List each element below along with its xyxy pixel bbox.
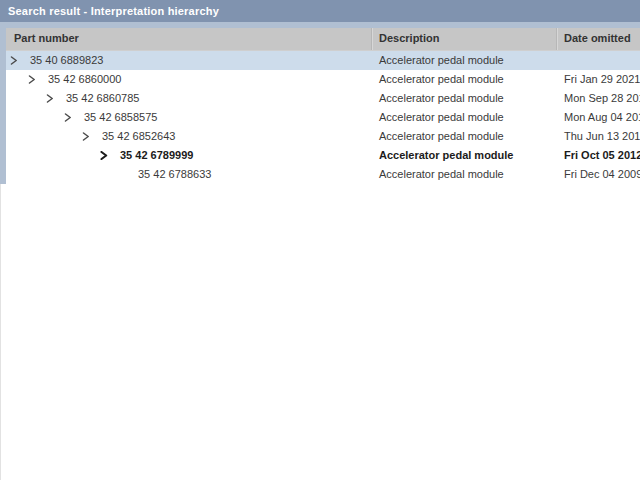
part-number-text: 35 42 6852643 — [102, 127, 175, 146]
column-header-description[interactable]: Description — [372, 28, 557, 50]
table-row[interactable]: 35 42 6858575 Accelerator pedal module M… — [6, 108, 640, 127]
column-header-label: Part number — [14, 32, 79, 44]
tree-indent — [6, 136, 80, 137]
part-number-text: 35 42 6858575 — [84, 108, 157, 127]
description-cell: Accelerator pedal module — [372, 89, 557, 108]
part-number-text: 35 42 6788633 — [138, 165, 211, 184]
tree-indent — [6, 98, 44, 99]
part-number-cell: 35 42 6852643 — [6, 127, 372, 146]
table-row[interactable]: 35 42 6789999 Accelerator pedal module F… — [6, 146, 640, 165]
chevron-right-icon[interactable] — [44, 94, 66, 103]
date-omitted-cell: Fri Oct 05 2012 — [557, 146, 640, 165]
chevron-right-icon[interactable] — [8, 56, 30, 65]
tree-indent — [6, 174, 116, 175]
description-cell: Accelerator pedal module — [372, 127, 557, 146]
table-row[interactable]: 35 40 6889823 Accelerator pedal module — [6, 51, 640, 70]
table-body: 35 40 6889823 Accelerator pedal module 3… — [6, 51, 640, 184]
description-cell: Accelerator pedal module — [372, 165, 557, 184]
interpretation-hierarchy-table: Part number Description Date omitted 35 … — [6, 28, 640, 184]
table-row[interactable]: 35 42 6788633 Accelerator pedal module F… — [6, 165, 640, 184]
description-cell: Accelerator pedal module — [372, 146, 557, 165]
part-number-cell: 35 42 6860785 — [6, 89, 372, 108]
date-omitted-cell: Mon Aug 04 2014 — [557, 108, 640, 127]
table-row[interactable]: 35 42 6860785 Accelerator pedal module M… — [6, 89, 640, 108]
part-number-text: 35 42 6860000 — [48, 70, 121, 89]
tree-indent — [6, 79, 26, 80]
date-omitted-cell: Fri Dec 04 2009 — [557, 165, 640, 184]
window-title: Search result - Interpretation hierarchy — [8, 5, 219, 17]
chevron-right-icon[interactable] — [80, 132, 102, 141]
part-number-cell: 35 42 6789999 — [6, 146, 372, 165]
results-panel: Part number Description Date omitted 35 … — [0, 22, 640, 184]
search-result-window: Search result - Interpretation hierarchy… — [0, 0, 640, 480]
part-number-cell: 35 40 6889823 — [6, 51, 372, 70]
part-number-text: 35 40 6889823 — [30, 51, 103, 70]
date-omitted-cell: Fri Jan 29 2021 0 — [557, 70, 640, 89]
content-background — [0, 184, 640, 480]
part-number-cell: 35 42 6860000 — [6, 70, 372, 89]
part-number-text: 35 42 6860785 — [66, 89, 139, 108]
column-header-label: Date omitted — [564, 32, 631, 44]
part-number-cell: 35 42 6858575 — [6, 108, 372, 127]
part-number-text: 35 42 6789999 — [120, 146, 193, 165]
table-row[interactable]: 35 42 6852643 Accelerator pedal module T… — [6, 127, 640, 146]
column-header-date-omitted[interactable]: Date omitted — [557, 28, 640, 50]
date-omitted-cell — [557, 51, 640, 70]
part-number-cell: 35 42 6788633 — [6, 165, 372, 184]
chevron-right-icon[interactable] — [26, 75, 48, 84]
tree-indent — [6, 155, 98, 156]
chevron-right-icon[interactable] — [98, 151, 120, 160]
tree-indent — [6, 117, 62, 118]
description-cell: Accelerator pedal module — [372, 70, 557, 89]
table-header-row: Part number Description Date omitted — [6, 28, 640, 51]
description-cell: Accelerator pedal module — [372, 108, 557, 127]
description-cell: Accelerator pedal module — [372, 51, 557, 70]
window-title-bar: Search result - Interpretation hierarchy — [0, 0, 640, 22]
chevron-right-icon[interactable] — [62, 113, 84, 122]
column-header-label: Description — [379, 32, 440, 44]
date-omitted-cell: Thu Jun 13 2013 — [557, 127, 640, 146]
table-row[interactable]: 35 42 6860000 Accelerator pedal module F… — [6, 70, 640, 89]
column-header-part-number[interactable]: Part number — [6, 28, 372, 50]
date-omitted-cell: Mon Sep 28 2015 — [557, 89, 640, 108]
